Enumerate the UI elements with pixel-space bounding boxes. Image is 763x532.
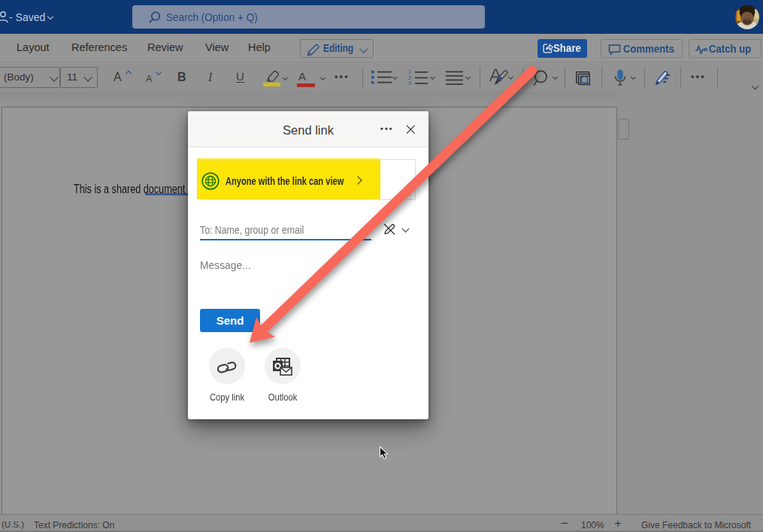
svg-text:3: 3 (408, 80, 411, 86)
svg-text:1: 1 (408, 69, 411, 74)
svg-text:2: 2 (408, 75, 411, 80)
